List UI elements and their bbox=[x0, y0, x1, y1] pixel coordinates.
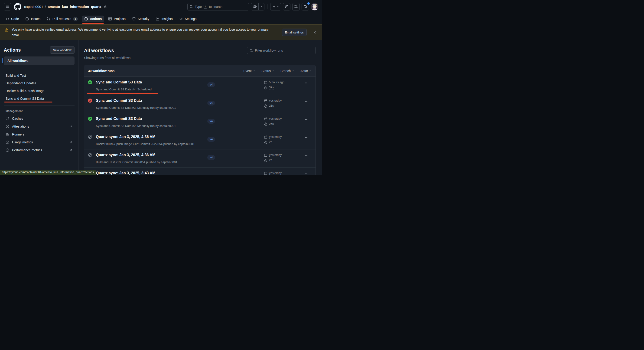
status-success-icon bbox=[88, 117, 92, 121]
triangle-down-icon bbox=[310, 70, 312, 72]
page-subtitle: Showing runs from all workflows bbox=[84, 56, 316, 60]
avatar[interactable] bbox=[311, 3, 318, 11]
sidebar-item-sync-and-commit-s3-data[interactable]: Sync and Commit S3 Data bbox=[4, 95, 74, 102]
projects-icon bbox=[108, 17, 112, 21]
run-date: yesterday bbox=[269, 153, 282, 157]
branch-badge[interactable]: v4 bbox=[207, 155, 215, 160]
sidebar-item-caches[interactable]: Caches bbox=[4, 115, 74, 123]
commit-link[interactable]: 2622854 bbox=[134, 160, 145, 164]
run-title-link[interactable]: Sync and Commit S3 Data bbox=[96, 116, 142, 121]
sidebar-item-attestations[interactable]: Attestations bbox=[4, 123, 74, 130]
email-settings-button[interactable]: Email settings bbox=[282, 29, 307, 36]
branch-badge[interactable]: v4 bbox=[207, 119, 215, 124]
calendar-icon bbox=[264, 135, 268, 139]
kebab-menu-button[interactable] bbox=[304, 135, 310, 140]
run-description: Sync and Commit S3 Data #4: Scheduled bbox=[96, 88, 198, 91]
sidebar-item-build-and-test[interactable]: Build and Test bbox=[4, 72, 74, 79]
run-branch-cell: v4 bbox=[198, 153, 264, 167]
calendar-icon bbox=[264, 117, 268, 121]
new-workflow-button[interactable]: New workflow bbox=[50, 46, 74, 54]
pull-requests-nav-button[interactable] bbox=[292, 3, 300, 11]
external-link-icon bbox=[70, 141, 73, 144]
hamburger-menu-button[interactable] bbox=[4, 3, 11, 11]
filter-label: Actor bbox=[300, 69, 308, 73]
branch-badge[interactable]: v4 bbox=[207, 82, 215, 87]
run-title-link[interactable]: Quartz sync: Jan 3, 2025, 3:43 AM bbox=[96, 171, 155, 175]
copilot-dropdown-button[interactable] bbox=[258, 3, 264, 10]
breadcrumb-repo-link[interactable]: ameato_kua_information_quartz bbox=[48, 5, 102, 9]
kebab-menu-button[interactable] bbox=[304, 80, 310, 86]
run-meta: yesterday25s bbox=[264, 116, 304, 131]
create-new-button[interactable] bbox=[270, 3, 281, 11]
filter-workflow-runs-input[interactable] bbox=[255, 49, 313, 52]
breadcrumb-owner-link[interactable]: captain0001 bbox=[24, 5, 43, 9]
triangle-down-icon bbox=[253, 70, 255, 72]
tab-code[interactable]: Code bbox=[3, 16, 21, 22]
tab-actions[interactable]: Actions bbox=[82, 16, 104, 22]
filter-dropdown-branch[interactable]: Branch bbox=[280, 69, 294, 73]
github-logo-icon[interactable] bbox=[14, 3, 21, 11]
branch-badge[interactable]: v4 bbox=[207, 137, 215, 142]
copilot-button[interactable] bbox=[251, 3, 258, 10]
status-success-icon bbox=[88, 80, 92, 84]
sidebar-item-docker-build-push-image[interactable]: Docker build & push image bbox=[4, 87, 74, 95]
filter-label: Branch bbox=[280, 69, 291, 73]
kebab-menu-button[interactable] bbox=[304, 153, 310, 158]
sidebar-item-performance-metrics[interactable]: Performance metrics bbox=[4, 146, 74, 154]
triangle-down-icon bbox=[292, 70, 294, 72]
server-icon bbox=[6, 133, 9, 136]
calendar-icon bbox=[264, 172, 268, 175]
hamburger-icon bbox=[6, 5, 9, 9]
sidebar-item-runners[interactable]: Runners bbox=[4, 130, 74, 138]
tab-counter: 1 bbox=[73, 17, 78, 21]
run-description: Sync and Commit S3 Data #3: Manually run… bbox=[96, 106, 198, 110]
meter-icon bbox=[6, 148, 9, 152]
runs-filters: EventStatusBranchActor bbox=[243, 69, 312, 73]
run-title-link[interactable]: Quartz sync: Jan 3, 2025, 4:36 AM bbox=[96, 135, 155, 139]
tab-security[interactable]: Security bbox=[130, 16, 152, 22]
tab-issues[interactable]: Issues bbox=[23, 16, 42, 22]
meter-icon bbox=[6, 140, 9, 144]
kebab-menu-button[interactable] bbox=[304, 171, 310, 175]
sidebar-item-usage-metrics[interactable]: Usage metrics bbox=[4, 138, 74, 146]
run-title-link[interactable]: Sync and Commit S3 Data bbox=[96, 98, 142, 103]
run-branch-cell: v4 bbox=[198, 98, 264, 113]
filter-label: Event bbox=[243, 69, 252, 73]
github-actions-page: captain0001 / ameato_kua_information_qua… bbox=[0, 0, 322, 175]
cache-icon bbox=[6, 117, 9, 120]
stopwatch-icon bbox=[264, 159, 268, 162]
tab-pull-requests[interactable]: Pull requests1 bbox=[44, 15, 80, 23]
sidebar-item-all-workflows[interactable]: All workflows bbox=[4, 57, 74, 65]
shield-icon bbox=[132, 17, 136, 21]
filter-dropdown-status[interactable]: Status bbox=[262, 69, 274, 73]
status-failure-icon bbox=[88, 99, 92, 103]
global-search-input[interactable]: Type / to search bbox=[187, 3, 249, 11]
search-icon bbox=[190, 5, 193, 8]
kebab-icon bbox=[305, 172, 308, 175]
run-title-link[interactable]: Quartz sync: Jan 3, 2025, 4:36 AM bbox=[96, 153, 155, 157]
branch-badge[interactable]: v4 bbox=[207, 101, 215, 106]
issues-nav-button[interactable] bbox=[283, 3, 290, 11]
run-duration-line: 21s bbox=[264, 104, 304, 108]
search-placeholder-prefix: Type bbox=[195, 5, 202, 9]
copilot-icon bbox=[253, 5, 257, 9]
commit-link[interactable]: 2622854 bbox=[151, 142, 162, 146]
filter-dropdown-actor[interactable]: Actor bbox=[300, 69, 312, 73]
sidebar-item-label: Performance metrics bbox=[12, 148, 42, 152]
sidebar-item-dependabot-updates[interactable]: Dependabot Updates bbox=[4, 79, 74, 87]
close-icon[interactable] bbox=[313, 31, 316, 34]
code-icon bbox=[6, 17, 9, 21]
kebab-menu-button[interactable] bbox=[304, 117, 310, 122]
run-branch-cell: v4 bbox=[198, 116, 264, 131]
inbox-notifications-button[interactable] bbox=[302, 3, 309, 11]
tab-settings[interactable]: Settings bbox=[177, 16, 199, 22]
run-duration: 2s bbox=[269, 140, 272, 144]
tab-insights[interactable]: Insights bbox=[154, 16, 175, 22]
run-title-link[interactable]: Sync and Commit S3 Data bbox=[96, 80, 142, 85]
calendar-icon bbox=[264, 99, 268, 103]
run-date: yesterday bbox=[269, 135, 282, 139]
issue-icon bbox=[25, 17, 29, 21]
filter-dropdown-event[interactable]: Event bbox=[243, 69, 255, 73]
kebab-menu-button[interactable] bbox=[304, 99, 310, 104]
tab-projects[interactable]: Projects bbox=[106, 16, 128, 22]
